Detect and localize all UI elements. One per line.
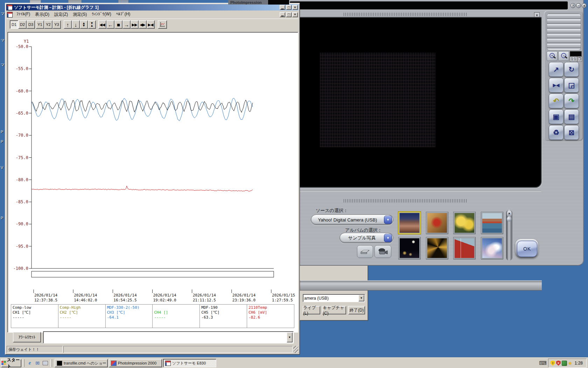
toolbar-scroll-down-button[interactable]: ↓	[72, 20, 80, 29]
paste-button[interactable]: ▤	[564, 109, 579, 124]
menu-item-h[interactable]: ﾍﾙﾌﾟ(H)	[114, 11, 133, 18]
show-desktop-icon[interactable]	[42, 360, 48, 366]
source-select-dropdown[interactable]: Yahoo! Digital Camera (USB) ▼	[311, 214, 393, 225]
thumbnail-scrollbar[interactable]: ▲	[506, 210, 512, 261]
scroll-up-icon[interactable]: ▲	[507, 211, 512, 216]
toolbar-toggle-d1[interactable]: D1	[10, 20, 18, 29]
thumbnail-sky-clouds[interactable]	[481, 237, 503, 259]
security-alert-icon[interactable]: !	[551, 361, 555, 366]
menu-item-z[interactable]: 設定(Z)	[52, 11, 70, 18]
task-button-cmd[interactable]: transfile.cmd へのショート...	[55, 359, 108, 367]
capture-button[interactable]: キャプチャ(C)	[322, 306, 346, 314]
capture-source-combobox[interactable]: amera (USB) ▼	[303, 294, 365, 302]
zoom-in-button[interactable]: +	[547, 51, 558, 61]
grille-decoration	[344, 13, 467, 16]
help-button[interactable]: ?	[570, 3, 575, 8]
softthermo-titlebar[interactable]: ソフトサーモ計測－計測1 - [折れ線グラフ 1] ▁ □ ×	[6, 4, 299, 11]
maximize-button[interactable]: □	[286, 5, 292, 10]
desktop-icon-label: マ	[1, 11, 5, 16]
menu-item-w[interactable]: ｳｨﾝﾄﾞｳ(W)	[89, 11, 113, 18]
window-ratio-icon[interactable]: ❒	[577, 56, 582, 62]
toolbar-toggle-y1[interactable]: Y1	[36, 20, 44, 29]
outlook-express-icon[interactable]: ✉	[34, 360, 41, 366]
alarm-reset-button[interactable]: ｱﾗｰﾑﾘｾｯﾄ	[13, 332, 41, 342]
scrollbar-thumb[interactable]	[507, 217, 512, 222]
alarm-combobox[interactable]: ▼	[43, 331, 294, 343]
minimize-button[interactable]: ‒	[576, 3, 581, 8]
toolbar-compress-y-button[interactable]: ▼▲	[88, 20, 96, 29]
svg-text:-50.0: -50.0	[16, 44, 28, 49]
combobox-dropdown-icon[interactable]: ▼	[358, 295, 364, 301]
close-button[interactable]: ×	[292, 5, 298, 10]
thumbnail-harbor[interactable]	[481, 212, 503, 234]
menu-item-d[interactable]: 表示(D)	[33, 11, 52, 18]
toolbar-toggle-y3[interactable]: Y3	[52, 20, 61, 29]
thumbnail-yellow-flowers[interactable]	[453, 212, 476, 234]
live-button[interactable]: ライブ(L)	[303, 306, 320, 314]
camera-button[interactable]	[374, 245, 391, 258]
resize-grip[interactable]	[293, 346, 298, 353]
svg-text:2026/01/14: 2026/01/14	[74, 293, 97, 298]
close-button[interactable]: x	[582, 3, 587, 8]
svg-text:2026/01/14: 2026/01/14	[153, 293, 177, 298]
minimize-button[interactable]: ▁	[280, 5, 285, 10]
task-label: transfile.cmd へのショート...	[64, 361, 108, 366]
thumbnail-rock-spires[interactable]	[398, 212, 421, 234]
toolbar-expand-x-button[interactable]: ◀▶	[139, 20, 147, 29]
combobox-dropdown-icon[interactable]: ▼	[287, 332, 293, 342]
toolbar-expand-y-button[interactable]: ▲▼	[80, 20, 88, 29]
resize-button[interactable]: ↗	[549, 62, 564, 77]
thumbnail-light-spiral[interactable]	[426, 237, 448, 259]
restore-trash-button[interactable]: ♻	[549, 125, 564, 140]
album-select-dropdown[interactable]: サンプル写真 ▼	[340, 233, 393, 243]
toolbar-step-forward-button[interactable]: →	[122, 20, 131, 29]
crop-rotate-icon: ◲	[568, 81, 575, 89]
chevron-down-icon[interactable]: ▼	[384, 234, 392, 242]
toolbar-stop-button[interactable]: ■	[114, 20, 122, 29]
photo-icon	[111, 361, 117, 366]
thumbnail-red-bird[interactable]	[426, 212, 448, 234]
child-minimize-button[interactable]: ▁	[280, 12, 285, 17]
toolbar-compress-x-button[interactable]: ▶◀	[147, 20, 155, 29]
child-restore-button[interactable]: □	[286, 12, 292, 17]
toolbar-toggle-d3[interactable]: D3	[27, 20, 35, 29]
lens-handle	[565, 56, 567, 59]
child-close-button[interactable]: ×	[292, 12, 298, 17]
keyboard-layout-icon[interactable]: ⌨	[539, 360, 547, 366]
task-button-photo[interactable]: PhotoImpression 2000	[109, 359, 162, 367]
ok-button[interactable]: OK	[517, 241, 537, 257]
toolbar-step-back-button[interactable]: ←	[106, 20, 114, 29]
toolbar-scroll-up-button[interactable]: ↑	[64, 20, 72, 29]
crop-rotate-button[interactable]: ◲	[564, 78, 579, 93]
update-icon[interactable]	[562, 361, 567, 366]
undo-button[interactable]: ↶	[549, 94, 564, 108]
copy-button[interactable]: ▣	[549, 109, 564, 124]
favorites-star-icon[interactable]: ★	[568, 361, 572, 366]
graph-view-button[interactable]	[158, 20, 167, 29]
redo-button[interactable]: ↷	[564, 94, 579, 108]
toolbar-toggle-y2[interactable]: Y2	[44, 20, 52, 29]
scanner-button[interactable]	[357, 245, 373, 258]
zoom-1-1-button[interactable]: 1:1	[570, 56, 577, 62]
thumbnail-image-lighthouse	[455, 238, 474, 258]
toolbar-jump-end-button[interactable]: ▶▶	[131, 20, 139, 29]
album-select-value: サンプル写真	[340, 235, 384, 241]
toolbar-jump-start-button[interactable]: ◀◀	[98, 20, 106, 29]
menu-item-f[interactable]: ﾌｧｲﾙ(F)	[14, 11, 33, 18]
menu-item-s[interactable]: 測定(S)	[70, 11, 89, 18]
internet-explorer-icon[interactable]: e	[27, 360, 33, 366]
svg-text:12:37:38.5: 12:37:38.5	[34, 298, 57, 302]
thumbnail-night-city[interactable]	[398, 237, 421, 259]
chevron-down-icon[interactable]: ▼	[384, 216, 392, 224]
thumbnail-lighthouse[interactable]	[453, 237, 476, 259]
flip-horizontal-button[interactable]: ▶◀	[549, 78, 564, 93]
delete-button[interactable]: ⊠	[564, 125, 579, 140]
security-error-icon[interactable]: ×	[556, 361, 561, 366]
exit-button[interactable]: 終了(D)	[348, 306, 365, 314]
start-button[interactable]: スタート	[1, 359, 21, 367]
toolbar-toggle-d2[interactable]: D2	[18, 20, 27, 29]
cmd-icon	[57, 361, 62, 366]
task-button-thermo[interactable]: ソフトサーモ E830	[163, 359, 216, 367]
zoom-out-button[interactable]: −	[558, 51, 569, 61]
rotate-button[interactable]: ↻	[564, 62, 579, 77]
